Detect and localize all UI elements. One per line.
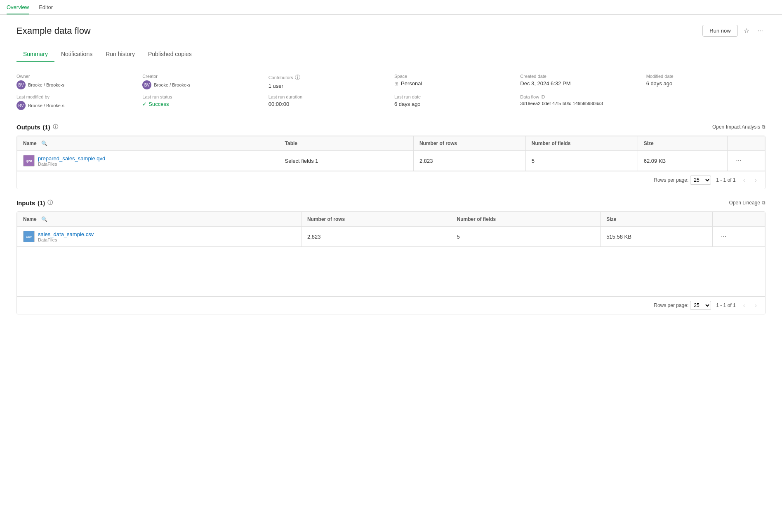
outputs-file-info: prepared_sales_sample.qvd DataFiles bbox=[38, 155, 105, 166]
csv-file-icon: CSV bbox=[23, 231, 35, 242]
more-options-button[interactable]: ··· bbox=[755, 26, 766, 36]
inputs-col-rows: Number of rows bbox=[301, 212, 451, 227]
owner-text: Brooke / Brooke-s bbox=[28, 82, 64, 87]
metadata-contributors: Contributors ⓘ 1 user bbox=[269, 74, 388, 89]
outputs-pagination: Rows per page: 25 50 100 1 - 1 of 1 ‹ › bbox=[17, 171, 765, 189]
outputs-name-search-icon[interactable]: 🔍 bbox=[41, 141, 47, 146]
metadata-last-modified-by: Last modified by BV Brooke / Brooke-s bbox=[16, 94, 136, 110]
inputs-col-actions bbox=[713, 212, 765, 227]
metadata-creator: Creator BV Brooke / Brooke-s bbox=[142, 74, 261, 89]
inputs-row-rows-cell: 2,823 bbox=[301, 227, 451, 247]
inputs-info-icon[interactable]: ⓘ bbox=[47, 199, 53, 206]
owner-value: BV Brooke / Brooke-s bbox=[16, 80, 136, 89]
tab-notifications[interactable]: Notifications bbox=[54, 47, 99, 62]
dataflow-id-label: Data flow ID bbox=[520, 94, 639, 99]
inputs-table-container: Name 🔍 Number of rows Number of fields S… bbox=[16, 211, 766, 314]
outputs-file-name: QVD prepared_sales_sample.qvd DataFiles bbox=[23, 155, 273, 166]
check-icon: ✓ bbox=[142, 101, 147, 107]
outputs-col-name: Name 🔍 bbox=[17, 136, 279, 151]
creator-value: BV Brooke / Brooke-s bbox=[142, 80, 261, 89]
last-run-date-label: Last run date bbox=[394, 94, 513, 99]
outputs-col-fields: Number of fields bbox=[525, 136, 638, 151]
metadata-row2: Last modified by BV Brooke / Brooke-s La… bbox=[16, 94, 766, 110]
contributors-value: 1 user bbox=[269, 83, 388, 89]
outputs-prev-page-button[interactable]: ‹ bbox=[741, 176, 748, 184]
last-run-status-value: ✓ Success bbox=[142, 101, 261, 107]
space-icon: ⊞ bbox=[394, 81, 398, 87]
inputs-table-header: Name 🔍 Number of rows Number of fields S… bbox=[17, 212, 765, 227]
outputs-section: Outputs (1) ⓘ Open Impact Analysis ⧉ Nam… bbox=[16, 123, 766, 189]
inputs-col-fields: Number of fields bbox=[451, 212, 601, 227]
owner-label: Owner bbox=[16, 74, 136, 79]
metadata-last-run-duration: Last run duration 00:00:00 bbox=[269, 94, 388, 110]
tab-summary[interactable]: Summary bbox=[16, 47, 54, 62]
page-content: Example data flow Run now ☆ ··· Summary … bbox=[0, 15, 782, 334]
outputs-next-page-button[interactable]: › bbox=[752, 176, 759, 184]
external-link-icon: ⧉ bbox=[762, 124, 766, 130]
lineage-external-link-icon: ⧉ bbox=[762, 200, 766, 206]
outputs-row-name-cell: QVD prepared_sales_sample.qvd DataFiles bbox=[17, 151, 279, 171]
inputs-rows-per-page-select[interactable]: 25 50 100 bbox=[690, 301, 711, 310]
metadata-last-run-date: Last run date 6 days ago bbox=[394, 94, 513, 110]
last-modified-text: Brooke / Brooke-s bbox=[28, 103, 64, 108]
open-impact-analysis-button[interactable]: Open Impact Analysis ⧉ bbox=[712, 124, 766, 130]
top-nav-overview[interactable]: Overview bbox=[7, 1, 29, 14]
inputs-row-name-cell: CSV sales_data_sample.csv DataFiles bbox=[17, 227, 301, 247]
metadata-empty bbox=[646, 94, 766, 110]
star-button[interactable]: ☆ bbox=[741, 25, 752, 36]
contributors-info-icon[interactable]: ⓘ bbox=[295, 74, 300, 81]
table-row: CSV sales_data_sample.csv DataFiles 2,82… bbox=[17, 227, 765, 247]
inputs-file-name-text[interactable]: sales_data_sample.csv bbox=[38, 231, 94, 237]
inputs-name-search-icon[interactable]: 🔍 bbox=[41, 216, 47, 222]
metadata-last-run-status: Last run status ✓ Success bbox=[142, 94, 261, 110]
last-modified-avatar: BV bbox=[16, 101, 26, 110]
inputs-row-size-cell: 515.58 KB bbox=[601, 227, 713, 247]
inputs-title: Inputs (1) ⓘ bbox=[16, 199, 53, 206]
dataflow-id-value: 3b19eea2-0def-47f5-b0fc-146b6b98b6a3 bbox=[520, 101, 639, 106]
tab-published-copies[interactable]: Published copies bbox=[141, 47, 198, 62]
last-run-status-label: Last run status bbox=[142, 94, 261, 99]
outputs-rows-per-page-select[interactable]: 25 50 100 bbox=[690, 176, 711, 185]
outputs-table: Name 🔍 Table Number of rows Number of fi… bbox=[17, 136, 765, 171]
header-actions: Run now ☆ ··· bbox=[702, 25, 766, 37]
top-nav-editor[interactable]: Editor bbox=[39, 1, 53, 14]
table-row: QVD prepared_sales_sample.qvd DataFiles … bbox=[17, 151, 765, 171]
outputs-rows-per-page: Rows per page: 25 50 100 bbox=[654, 176, 711, 185]
inputs-next-page-button[interactable]: › bbox=[752, 301, 759, 309]
outputs-file-sub: DataFiles bbox=[38, 162, 105, 166]
inputs-prev-page-button[interactable]: ‹ bbox=[741, 301, 748, 309]
inputs-row-fields-cell: 5 bbox=[451, 227, 601, 247]
inputs-file-name: CSV sales_data_sample.csv DataFiles bbox=[23, 231, 295, 242]
qvd-file-icon: QVD bbox=[23, 155, 35, 166]
tab-run-history[interactable]: Run history bbox=[99, 47, 141, 62]
outputs-row-size-cell: 62.09 KB bbox=[638, 151, 728, 171]
run-now-button[interactable]: Run now bbox=[702, 25, 737, 37]
metadata-dataflow-id: Data flow ID 3b19eea2-0def-47f5-b0fc-146… bbox=[520, 94, 639, 110]
inputs-row-more-button[interactable]: ··· bbox=[718, 232, 729, 241]
modified-date-value: 6 days ago bbox=[646, 80, 766, 87]
space-value: ⊞ Personal bbox=[394, 80, 513, 87]
outputs-col-rows: Number of rows bbox=[413, 136, 525, 151]
outputs-row-rows-cell: 2,823 bbox=[413, 151, 525, 171]
outputs-row-fields-cell: 5 bbox=[525, 151, 638, 171]
page-header: Example data flow Run now ☆ ··· bbox=[16, 25, 766, 37]
inputs-file-sub: DataFiles bbox=[38, 237, 94, 242]
outputs-file-name-text[interactable]: prepared_sales_sample.qvd bbox=[38, 155, 105, 162]
space-label: Space bbox=[394, 74, 513, 79]
inputs-empty-space bbox=[17, 247, 765, 296]
creator-label: Creator bbox=[142, 74, 261, 79]
last-run-duration-value: 00:00:00 bbox=[269, 101, 388, 107]
outputs-info-icon[interactable]: ⓘ bbox=[53, 123, 58, 131]
outputs-col-table: Table bbox=[279, 136, 413, 151]
outputs-row-more-button[interactable]: ··· bbox=[733, 156, 744, 165]
contributors-label: Contributors ⓘ bbox=[269, 74, 388, 81]
metadata-created-date: Created date Dec 3, 2024 6:32 PM bbox=[520, 74, 639, 89]
inputs-col-size: Size bbox=[601, 212, 713, 227]
outputs-pagination-range: 1 - 1 of 1 bbox=[716, 177, 735, 183]
inputs-row-actions-cell: ··· bbox=[713, 227, 765, 247]
inputs-section: Inputs (1) ⓘ Open Lineage ⧉ Name 🔍 Numbe… bbox=[16, 199, 766, 314]
creator-avatar: BV bbox=[142, 80, 151, 89]
metadata-row1: Owner BV Brooke / Brooke-s Creator BV Br… bbox=[16, 74, 766, 89]
tabs: Summary Notifications Run history Publis… bbox=[16, 47, 766, 62]
open-lineage-button[interactable]: Open Lineage ⧉ bbox=[729, 200, 766, 206]
